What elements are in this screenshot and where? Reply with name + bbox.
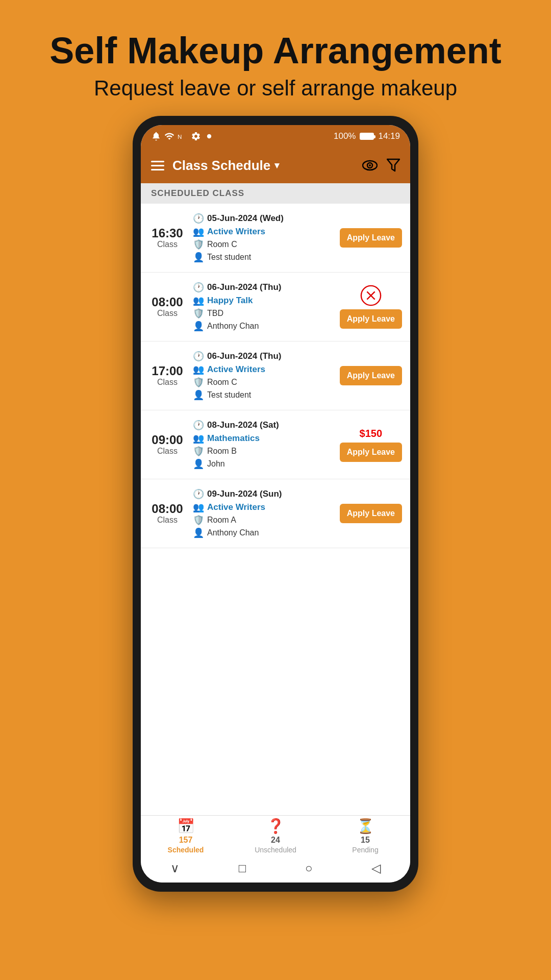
student-icon-5: 👤 xyxy=(193,527,204,538)
clock-icon-4: 🕐 xyxy=(193,420,204,431)
class-item-4: 09:00 Class 🕐 08-Jun-2024 (Sat) 👥 Mathem… xyxy=(141,410,410,479)
class-student-2: Anthony Chan xyxy=(207,322,259,331)
room-icon-4: 🛡️ xyxy=(193,446,204,457)
nav-unscheduled[interactable]: ❓ 24 Unscheduled xyxy=(231,816,320,856)
student-icon-2: 👤 xyxy=(193,321,204,332)
class-student-5: Anthony Chan xyxy=(207,528,259,537)
phone-screen: N 100% 14:19 Class Schedule ▾ xyxy=(141,125,410,883)
class-time-4: 09:00 Class xyxy=(149,433,186,456)
class-name-3: Active Writers xyxy=(207,364,265,375)
class-student-row-5: 👤 Anthony Chan xyxy=(193,527,335,538)
date-text-1: 05-Jun-2024 (Wed) xyxy=(207,213,284,224)
class-student-4: John xyxy=(207,459,225,469)
clock-icon-3: 🕐 xyxy=(193,351,204,362)
apply-leave-btn-4[interactable]: Apply Leave xyxy=(340,443,402,462)
menu-button[interactable] xyxy=(151,161,164,170)
class-student-1: Test student xyxy=(207,253,251,262)
class-time-5: 08:00 Class xyxy=(149,502,186,525)
class-item-1: 16:30 Class 🕐 05-Jun-2024 (Wed) 👥 Active… xyxy=(141,204,410,273)
app-title-text: Class Schedule xyxy=(172,158,270,174)
status-bar: N 100% 14:19 xyxy=(141,125,410,148)
class-info-3: 🕐 06-Jun-2024 (Thu) 👥 Active Writers 🛡️ … xyxy=(193,351,335,401)
apply-leave-btn-5[interactable]: Apply Leave xyxy=(340,504,402,523)
time-label-2: Class xyxy=(149,309,186,318)
chevron-down-icon[interactable]: ▾ xyxy=(274,160,279,171)
student-icon-4: 👤 xyxy=(193,458,204,470)
scheduled-label: Scheduled xyxy=(168,846,204,854)
class-room-row-4: 🛡️ Room B xyxy=(193,446,335,457)
class-action-2: Apply Leave xyxy=(340,285,402,329)
class-student-3: Test student xyxy=(207,390,251,400)
class-name-1: Active Writers xyxy=(207,227,265,237)
app-bar: Class Schedule ▾ xyxy=(141,148,410,183)
scheduled-badge: 157 xyxy=(179,836,193,845)
group-icon-5: 👥 xyxy=(193,502,204,513)
app-bar-icons xyxy=(362,158,400,173)
svg-text:N: N xyxy=(178,133,182,140)
class-info-2: 🕐 06-Jun-2024 (Thu) 👥 Happy Talk 🛡️ TBD … xyxy=(193,282,335,332)
class-info-4: 🕐 08-Jun-2024 (Sat) 👥 Mathematics 🛡️ Roo… xyxy=(193,420,335,470)
filter-icon xyxy=(387,158,400,173)
group-icon-3: 👥 xyxy=(193,364,204,375)
class-name-5: Active Writers xyxy=(207,502,265,512)
clock-icon-2: 🕐 xyxy=(193,282,204,293)
cancel-icon-2[interactable] xyxy=(360,285,382,306)
android-home-btn[interactable]: ○ xyxy=(305,861,313,875)
class-room-2: TBD xyxy=(207,309,223,318)
class-room-4: Room B xyxy=(207,447,237,456)
apply-leave-btn-2[interactable]: Apply Leave xyxy=(340,309,402,329)
wifi-icon xyxy=(164,131,174,141)
svg-point-4 xyxy=(369,164,371,166)
unscheduled-badge: 24 xyxy=(271,836,280,845)
class-name-row-2: 👥 Happy Talk xyxy=(193,295,335,306)
room-icon-2: 🛡️ xyxy=(193,308,204,319)
group-icon-2: 👥 xyxy=(193,295,204,306)
filter-icon-button[interactable] xyxy=(387,158,400,173)
class-student-row-2: 👤 Anthony Chan xyxy=(193,321,335,332)
time-num-5: 08:00 xyxy=(149,502,186,516)
class-room-3: Room C xyxy=(207,378,237,387)
apply-leave-btn-1[interactable]: Apply Leave xyxy=(340,228,402,248)
apply-leave-btn-3[interactable]: Apply Leave xyxy=(340,366,402,385)
hourglass-icon: ⏳ xyxy=(357,818,374,835)
nav-pending[interactable]: ⏳ 15 Pending xyxy=(320,816,410,856)
class-item-2: 08:00 Class 🕐 06-Jun-2024 (Thu) 👥 Happy … xyxy=(141,273,410,341)
nfc-icon: N xyxy=(178,131,188,141)
class-room-row-3: 🛡️ Room C xyxy=(193,377,335,388)
class-name-row-5: 👥 Active Writers xyxy=(193,502,335,513)
android-back-btn[interactable]: ◁ xyxy=(371,861,381,875)
class-time-3: 17:00 Class xyxy=(149,364,186,387)
page-main-title: Self Makeup Arrangement xyxy=(0,31,551,71)
time-label-1: Class xyxy=(149,240,186,249)
clock-icon-1: 🕐 xyxy=(193,213,204,224)
class-date-4: 🕐 08-Jun-2024 (Sat) xyxy=(193,420,335,431)
class-name-row-4: 👥 Mathematics xyxy=(193,433,335,444)
time-num-1: 16:30 xyxy=(149,227,186,240)
date-text-2: 06-Jun-2024 (Thu) xyxy=(207,282,281,292)
class-action-3: Apply Leave xyxy=(340,366,402,385)
calendar-icon: 📅 xyxy=(177,818,195,835)
svg-point-1 xyxy=(207,134,211,138)
date-text-4: 08-Jun-2024 (Sat) xyxy=(207,420,279,430)
class-action-5: Apply Leave xyxy=(340,504,402,523)
class-date-5: 🕐 09-Jun-2024 (Sun) xyxy=(193,488,335,500)
class-room-row-1: 🛡️ Room C xyxy=(193,239,335,250)
class-action-1: Apply Leave xyxy=(340,228,402,248)
eye-icon xyxy=(362,160,378,171)
app-bar-title: Class Schedule ▾ xyxy=(172,158,362,174)
battery-icon xyxy=(360,133,374,140)
android-down-btn[interactable]: ∨ xyxy=(170,861,180,875)
class-date-1: 🕐 05-Jun-2024 (Wed) xyxy=(193,213,335,224)
title-area: Self Makeup Arrangement Request leave or… xyxy=(0,0,551,116)
class-item-3: 17:00 Class 🕐 06-Jun-2024 (Thu) 👥 Active… xyxy=(141,341,410,410)
section-header: SCHEDULED CLASS xyxy=(141,183,410,204)
price-tag-4: $150 xyxy=(360,428,383,439)
class-date-3: 🕐 06-Jun-2024 (Thu) xyxy=(193,351,335,362)
unscheduled-label: Unscheduled xyxy=(255,846,296,854)
clock-icon-5: 🕐 xyxy=(193,488,204,500)
eye-icon-button[interactable] xyxy=(362,160,378,171)
android-square-btn[interactable]: □ xyxy=(239,861,246,875)
status-right: 100% 14:19 xyxy=(334,131,400,141)
class-room-row-2: 🛡️ TBD xyxy=(193,308,335,319)
nav-scheduled[interactable]: 📅 157 Scheduled xyxy=(141,816,231,856)
